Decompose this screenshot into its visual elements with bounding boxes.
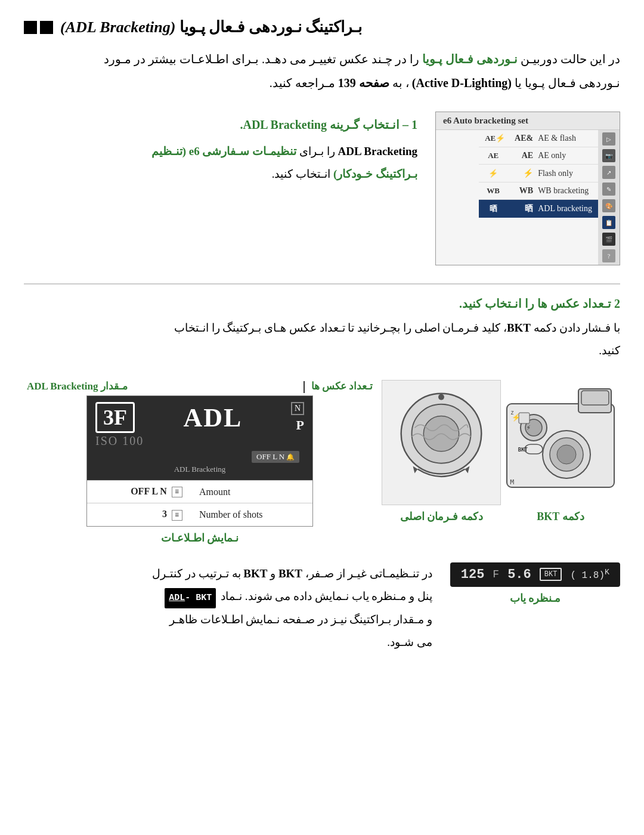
lcd-checkbox: N [291, 402, 304, 415]
settings-ref: تنظیمـات سـفارشی e6 (تنـظیم [151, 145, 297, 157]
green-text-1: نـوردهی فـعال پـویا [422, 52, 518, 66]
flash-only-icon: ⚡ [485, 169, 501, 178]
shots-scroll-icon: ≡ [172, 510, 182, 521]
menu-item-ae-flash[interactable]: AE⚡ AE& AE & flash [479, 130, 598, 147]
sidebar-icons: ▷ 📷 ↗ ✎ 🎨 📋 🎬 ? [598, 130, 620, 265]
camera-bkt-sketch: ⚡ BKT М ⚡ z [501, 380, 620, 505]
svg-rect-10 [581, 391, 609, 405]
lcd-top-labels: تـعداد عکس ها مـقدار ADL Bracketing [24, 380, 376, 393]
amount-label: Amount [191, 481, 312, 503]
menu-items: AE⚡ AE& AE & flash AE AE AE only ⚡ ⚡ Fla… [479, 130, 598, 265]
menu-item-wb[interactable]: WB WB WB bracketing [479, 183, 598, 200]
sidebar-icon-6: 📋 [602, 216, 615, 229]
bkt-icon-ref: BKT [278, 567, 302, 580]
bkt-ref-1: BKT [507, 321, 531, 334]
black-square-1 [40, 21, 53, 34]
active-dl-text: (Active D-Lighting) [412, 76, 512, 89]
menu-sidebar: ▷ 📷 ↗ ✎ 🎨 📋 🎬 ? AE⚡ AE& AE & flash AE AE [436, 130, 620, 265]
ae-flash-abbr: AE& [506, 134, 533, 143]
adl-label: ADL bracketing [538, 204, 592, 214]
menu-item-ae-only[interactable]: AE AE AE only [479, 147, 598, 165]
lcd-iso-row: ISO 100 [95, 434, 304, 448]
ae-flash-icon: AE⚡ [485, 134, 501, 143]
vf-bkt-box: BKT [540, 568, 562, 581]
flash-only-label: Flash only [538, 169, 573, 178]
page-ref: صفحه 139 [338, 76, 389, 89]
svg-text:z: z [510, 409, 514, 416]
table-row-amount: Amount OFF L N ≡ [87, 481, 312, 503]
step1-content: 1 – انـتخاب گـرینه ADL Bracketing. ADL B… [24, 112, 417, 185]
dial-col: دکمه فـرمان اصلی [382, 380, 501, 523]
sidebar-icon-1: ▷ [602, 132, 615, 146]
lcd-p: N P [291, 402, 304, 433]
lcd-iso: ISO 100 [95, 434, 144, 448]
ae-flash-label: AE & flash [538, 134, 576, 143]
amount-value: OFF L N ≡ [87, 481, 191, 503]
dial-svg [382, 380, 500, 505]
viewfinder-box: 125 F 5.6 BKT ( 1.8)K مـنظره یاب [450, 562, 620, 605]
menu-item-flash-only[interactable]: ⚡ ⚡ Flash only [479, 165, 598, 183]
shots-value: 3 ≡ [87, 503, 191, 526]
info-label: نـمایش اطـلاعـات [161, 531, 239, 545]
dial-sketch [382, 380, 501, 505]
ae-only-abbr: AE [506, 151, 533, 160]
black-square-2 [24, 21, 37, 34]
vf-aperture: F [493, 568, 499, 580]
lcd-display-top: N P ADL 3F ISO 100 🔔 OFF L N ADL Br [87, 396, 312, 480]
shots-label-cell: Number of shots [191, 503, 312, 526]
menu-header: e6 Auto bracketing set [436, 112, 620, 130]
title-icon [24, 21, 53, 34]
viewfinder-display: 125 F 5.6 BKT ( 1.8)K [450, 562, 620, 587]
vf-aperture-val: 5.6 [507, 567, 531, 582]
menu-box: e6 Auto bracketing set ▷ 📷 ↗ ✎ 🎨 📋 🎬 ? A… [435, 112, 620, 265]
wb-abbr: WB [506, 186, 533, 196]
svg-point-18 [438, 394, 444, 400]
lcd-shots-col: 3F [95, 402, 135, 433]
svg-text:BKT: BKT [518, 447, 528, 453]
ae-only-label: AE only [538, 151, 566, 160]
sidebar-icon-2: 📷 [602, 149, 615, 162]
wb-icon: WB [485, 186, 501, 196]
title-text: بـراکتینگ نـوردهی فـعال پـویا (ADL Brack… [60, 18, 362, 36]
lcd-adl-text: ADL [183, 403, 242, 433]
vf-right-val: ( 1.8)K [570, 568, 609, 581]
lcd-off-ln: 🔔 OFF L N [252, 451, 299, 463]
adl-icon: 晒 [485, 203, 501, 214]
main-command-label: دکمه فـرمان اصلی [400, 510, 483, 523]
adl-amount-label: مـقدار ADL Bracketing [27, 380, 128, 393]
viewfinder-desc: در تنـظیمـاتی غیـر از صـفر، BKT و BKT به… [24, 562, 432, 654]
ae-only-icon: AE [485, 151, 501, 160]
adl-bkt-badge: ADL- BKT [165, 588, 216, 608]
vf-shutter: 125 [461, 567, 485, 582]
adl-bracketing-ref: ADL Bracketing [338, 145, 417, 157]
svg-text:⚡: ⚡ [527, 423, 531, 432]
adl-abbr: 晒 [506, 203, 533, 214]
viewfinder-section: 125 F 5.6 BKT ( 1.8)K مـنظره یاب در تنـظ… [24, 562, 620, 654]
viewfinder-label: مـنظره یاب [510, 592, 561, 605]
step2-section: 2 تـعداد عکس ها را انـتخاب کنید. با فـشا… [24, 296, 620, 362]
lcd-off-ln-row: 🔔 OFF L N [95, 451, 304, 463]
intro-paragraph: در این حالت دوربیـن نـوردهی فـعال پـویا … [24, 47, 620, 95]
lcd-bracketing-label: ADL Bracketing [95, 465, 304, 474]
amount-scroll-icon: ≡ [172, 487, 182, 497]
wb-label: WB bracketing [538, 186, 589, 196]
bracketing-auto-ref: بـراکتینگ خـودکار) [333, 168, 417, 180]
top-section: e6 Auto bracketing set ▷ 📷 ↗ ✎ 🎨 📋 🎬 ? A… [24, 112, 620, 265]
svg-marker-19 [465, 466, 470, 474]
bkt-camera-col: ⚡ BKT М ⚡ z دکمه BKT [501, 380, 620, 523]
lcd-3f: 3F [95, 402, 135, 433]
bkt-button-label: دکمه BKT [537, 510, 584, 523]
lcd-top-row1: N P ADL 3F [95, 402, 304, 433]
step1-desc: ADL Bracketing را بـرای تنظیمـات سـفارشی… [24, 140, 417, 185]
svg-point-9 [557, 445, 576, 464]
section-divider [24, 283, 620, 284]
sidebar-icon-4: ✎ [602, 183, 615, 196]
bkt-icon-ref2: BKT [243, 567, 267, 580]
lcd-section: تـعداد عکس ها مـقدار ADL Bracketing N P … [24, 380, 376, 545]
flash-only-abbr: ⚡ [506, 168, 533, 178]
sidebar-icon-7: 🎬 [602, 233, 615, 246]
menu-item-adl[interactable]: 晒 晒 ADL bracketing [479, 200, 598, 218]
table-row-shots: Number of shots 3 ≡ [87, 503, 312, 526]
sidebar-icon-3: ↗ [602, 166, 615, 179]
sidebar-icon-5: 🎨 [602, 199, 615, 212]
